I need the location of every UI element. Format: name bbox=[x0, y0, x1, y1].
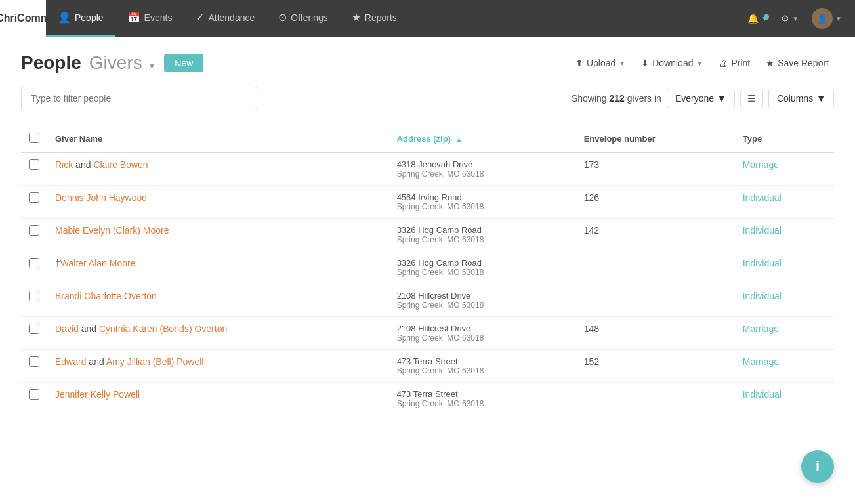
offerings-nav-label: Offerings bbox=[291, 12, 328, 23]
columns-button[interactable]: Columns ▼ bbox=[768, 89, 834, 108]
everyone-dropdown[interactable]: Everyone ▼ bbox=[667, 89, 735, 108]
filter-input[interactable] bbox=[21, 87, 257, 110]
giver-name-link[interactable]: Edward bbox=[55, 356, 86, 367]
address-line2: Spring Creek, MO 63018 bbox=[397, 301, 568, 310]
col-type: Type bbox=[735, 126, 834, 152]
table-row: Edward and Amy Jillian (Bell) Powell473 … bbox=[21, 350, 834, 383]
row-checkbox-cell[interactable] bbox=[21, 152, 47, 186]
type-label: Individual bbox=[743, 192, 782, 203]
download-icon: ⬇ bbox=[641, 58, 649, 68]
info-fab-button[interactable]: i bbox=[801, 450, 834, 483]
col-address-zip[interactable]: Address (zip) ▲ bbox=[389, 126, 576, 152]
envelope-cell bbox=[576, 284, 735, 317]
row-checkbox-cell[interactable] bbox=[21, 219, 47, 251]
giver-name-link[interactable]: Rick bbox=[55, 159, 73, 170]
row-checkbox[interactable] bbox=[29, 225, 39, 236]
table-row: David and Cynthia Karen (Bonds) Overton2… bbox=[21, 317, 834, 350]
select-all-checkbox[interactable] bbox=[29, 133, 39, 143]
address-cell: 3326 Hog Camp RoadSpring Creek, MO 63018 bbox=[389, 219, 576, 251]
reports-nav-icon: ★ bbox=[352, 11, 361, 24]
sort-arrow-up: ▲ bbox=[456, 136, 463, 143]
type-cell: Individual bbox=[735, 383, 834, 415]
people-nav-icon: 👤 bbox=[58, 11, 71, 24]
nav-item-reports[interactable]: ★Reports bbox=[340, 0, 409, 37]
address-line2: Spring Creek, MO 63018 bbox=[397, 202, 568, 211]
print-button[interactable]: 🖨 Print bbox=[713, 54, 755, 72]
giver-name-cell: Mable Evelyn (Clark) Moore bbox=[47, 219, 389, 251]
offerings-nav-icon: ⊙ bbox=[278, 11, 287, 24]
type-label: Marriage bbox=[743, 356, 779, 367]
address-line1: 473 Terra Street bbox=[397, 389, 568, 399]
envelope-cell: 173 bbox=[576, 152, 735, 186]
address-line1: 2108 Hillcrest Drive bbox=[397, 324, 568, 333]
download-button[interactable]: ⬇ Download ▼ bbox=[636, 54, 708, 72]
table-row: Mable Evelyn (Clark) Moore3326 Hog Camp … bbox=[21, 219, 834, 251]
nav-item-people[interactable]: 👤People bbox=[46, 0, 115, 37]
giver-name-link[interactable]: Cynthia Karen (Bonds) Overton bbox=[99, 324, 227, 334]
table-row: Dennis John Haywood4564 Irving RoadSprin… bbox=[21, 186, 834, 219]
nav-item-events[interactable]: 📅Events bbox=[115, 0, 184, 37]
address-line2: Spring Creek, MO 63018 bbox=[397, 169, 568, 178]
envelope-cell: 152 bbox=[576, 350, 735, 383]
row-checkbox[interactable] bbox=[29, 356, 39, 367]
envelope-cell: 126 bbox=[576, 186, 735, 219]
upload-button[interactable]: ⬆ Upload ▼ bbox=[570, 54, 631, 72]
address-line2: Spring Creek, MO 63018 bbox=[397, 399, 568, 408]
giver-name-link[interactable]: David bbox=[55, 324, 79, 334]
select-all-header[interactable] bbox=[21, 126, 47, 152]
people-nav-label: People bbox=[75, 12, 104, 23]
list-options-button[interactable]: ☰ bbox=[740, 89, 763, 108]
settings-arrow: ▼ bbox=[792, 15, 799, 22]
address-cell: 473 Terra StreetSpring Creek, MO 63018 bbox=[389, 350, 576, 383]
row-checkbox[interactable] bbox=[29, 389, 39, 400]
info-icon: i bbox=[816, 458, 820, 475]
giver-name-link[interactable]: Mable Evelyn (Clark) Moore bbox=[55, 225, 169, 236]
giver-name-link[interactable]: Amy Jillian (Bell) Powell bbox=[106, 356, 204, 367]
save-report-button[interactable]: ★ Save Report bbox=[761, 54, 834, 72]
row-checkbox-cell[interactable] bbox=[21, 383, 47, 415]
address-cell: 2108 Hillcrest DriveSpring Creek, MO 630… bbox=[389, 317, 576, 350]
nav-item-offerings[interactable]: ⊙Offerings bbox=[266, 0, 340, 37]
row-checkbox[interactable] bbox=[29, 291, 39, 301]
row-checkbox[interactable] bbox=[29, 324, 39, 334]
row-checkbox[interactable] bbox=[29, 159, 39, 170]
giver-name-cell: Edward and Amy Jillian (Bell) Powell bbox=[47, 350, 389, 383]
table-body: Rick and Claire Bowen4318 Jehovah DriveS… bbox=[21, 152, 834, 415]
avatar: 👤 bbox=[812, 8, 833, 29]
row-checkbox[interactable] bbox=[29, 258, 39, 268]
envelope-cell bbox=[576, 251, 735, 284]
row-checkbox-cell[interactable] bbox=[21, 350, 47, 383]
address-cell: 2108 Hillcrest DriveSpring Creek, MO 630… bbox=[389, 284, 576, 317]
envelope-number: 148 bbox=[584, 324, 599, 334]
row-checkbox-cell[interactable] bbox=[21, 186, 47, 219]
upload-icon: ⬆ bbox=[575, 58, 583, 68]
row-checkbox[interactable] bbox=[29, 192, 39, 203]
showing-text: Showing 212 givers in bbox=[572, 93, 661, 104]
row-checkbox-cell[interactable] bbox=[21, 251, 47, 284]
row-checkbox-cell[interactable] bbox=[21, 317, 47, 350]
list-icon: ☰ bbox=[747, 93, 756, 104]
giver-name-link[interactable]: Claire Bowen bbox=[93, 159, 148, 170]
giver-name-link[interactable]: Brandi Charlotte Overton bbox=[55, 291, 157, 301]
giver-name-link[interactable]: Jennifer Kelly Powell bbox=[55, 389, 140, 400]
new-button[interactable]: New bbox=[164, 54, 203, 72]
notifications-button[interactable]: 🔔 ▼ bbox=[742, 9, 773, 28]
title-dropdown-arrow[interactable]: ▼ bbox=[148, 60, 157, 71]
user-profile-button[interactable]: 👤 ▼ bbox=[806, 4, 847, 33]
envelope-number: 152 bbox=[584, 356, 599, 367]
settings-button[interactable]: ⚙ ▼ bbox=[776, 9, 804, 28]
address-line2: Spring Creek, MO 63018 bbox=[397, 333, 568, 343]
type-cell: Individual bbox=[735, 186, 834, 219]
address-line1: 4318 Jehovah Drive bbox=[397, 159, 568, 169]
type-label: Individual bbox=[743, 291, 782, 301]
nav-item-attendance[interactable]: ✓Attendance bbox=[184, 0, 266, 37]
address-line1: 2108 Hillcrest Drive bbox=[397, 291, 568, 301]
page-actions: ⬆ Upload ▼ ⬇ Download ▼ 🖨 Print ★ Save R… bbox=[570, 54, 834, 72]
giver-name-link[interactable]: Dennis John Haywood bbox=[55, 192, 147, 203]
giver-name-cell: Dennis John Haywood bbox=[47, 186, 389, 219]
type-label: Individual bbox=[743, 225, 782, 236]
row-checkbox-cell[interactable] bbox=[21, 284, 47, 317]
giver-name-link[interactable]: Walter Alan Moore bbox=[60, 258, 136, 268]
table-container: Giver Name Address (zip) ▲ Envelope numb… bbox=[21, 126, 834, 415]
app-logo[interactable]: Chri Comm bbox=[0, 0, 46, 37]
